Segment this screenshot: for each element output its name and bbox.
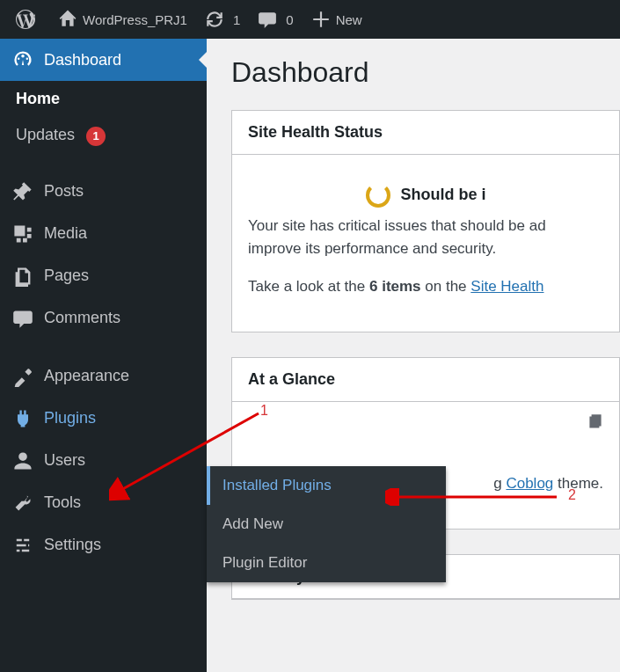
site-health-body: Should be i Your site has critical issue… (232, 155, 619, 332)
comments-count: 0 (286, 12, 293, 27)
plugins-flyout: Installed Plugins Add New Plugin Editor (207, 466, 446, 582)
wordpress-logo-menu[interactable] (7, 0, 49, 39)
comment-icon (258, 10, 277, 29)
menu-dashboard[interactable]: Dashboard (0, 39, 207, 81)
submenu-home[interactable]: Home (0, 81, 207, 117)
site-health-panel: Site Health Status Should be i Your site… (231, 110, 620, 332)
tools-icon (12, 493, 33, 514)
site-name-link[interactable]: WordPress_PRJ1 (49, 0, 196, 39)
plugin-icon (12, 408, 33, 429)
menu-plugins[interactable]: Plugins (0, 398, 207, 440)
appearance-icon (12, 366, 33, 387)
site-name-text: WordPress_PRJ1 (83, 12, 187, 27)
status-label: Should be i (401, 183, 486, 208)
site-health-text-3c: on the (421, 278, 471, 295)
dashboard-icon (12, 49, 33, 70)
admin-sidebar: Dashboard Home Updates 1 Posts Media Pag… (0, 39, 207, 672)
comments-toolbar-button[interactable]: 0 (249, 0, 302, 39)
site-health-status: Should be i (248, 171, 603, 215)
updates-badge: 1 (86, 127, 106, 146)
settings-icon (12, 535, 33, 556)
menu-appearance-label: Appearance (44, 367, 129, 385)
menu-comments-label: Comments (44, 309, 120, 327)
menu-media-label: Media (44, 224, 87, 243)
theme-text-post: theme. (553, 475, 603, 492)
at-a-glance-icon-row (232, 402, 619, 432)
site-health-item-count: 6 items (369, 278, 421, 295)
at-a-glance-heading: At a Glance (232, 358, 619, 402)
menu-users-label: Users (44, 451, 85, 470)
theme-text-pre: g (493, 475, 506, 492)
new-content-button[interactable]: New (303, 0, 371, 39)
menu-tools-label: Tools (44, 493, 81, 512)
pages-stack-icon (586, 413, 605, 432)
page-title: Dashboard (231, 56, 620, 89)
home-icon (58, 10, 77, 29)
site-health-text-1: Your site has critical issues that shoul… (248, 217, 546, 234)
status-spinner-icon (366, 183, 390, 208)
comments-icon (12, 308, 33, 329)
new-label: New (336, 12, 362, 27)
menu-posts-label: Posts (44, 182, 84, 201)
flyout-add-new[interactable]: Add New (207, 505, 446, 544)
updates-count: 1 (233, 12, 240, 27)
site-health-text-3a: Take a look at the (248, 278, 369, 295)
menu-media[interactable]: Media (0, 213, 207, 255)
menu-tools[interactable]: Tools (0, 482, 207, 524)
site-health-link[interactable]: Site Health (470, 278, 543, 295)
menu-separator (0, 340, 207, 355)
media-icon (12, 223, 33, 245)
flyout-plugin-editor[interactable]: Plugin Editor (207, 544, 446, 582)
menu-dashboard-label: Dashboard (44, 51, 121, 69)
menu-users[interactable]: Users (0, 440, 207, 482)
wordpress-icon (16, 10, 35, 29)
users-icon (12, 450, 33, 471)
site-health-text-2: improve its performance and security. (248, 240, 496, 257)
menu-settings[interactable]: Settings (0, 524, 207, 566)
menu-pages[interactable]: Pages (0, 255, 207, 297)
menu-appearance[interactable]: Appearance (0, 355, 207, 398)
admin-toolbar: WordPress_PRJ1 1 0 New (0, 0, 620, 39)
updates-toolbar-button[interactable]: 1 (196, 0, 249, 39)
menu-plugins-label: Plugins (44, 409, 96, 427)
submenu-updates[interactable]: Updates 1 (0, 117, 207, 155)
menu-settings-label: Settings (44, 536, 101, 554)
menu-comments[interactable]: Comments (0, 297, 207, 340)
theme-link[interactable]: Coblog (506, 475, 553, 492)
pages-icon (12, 266, 33, 287)
update-icon (205, 10, 224, 29)
menu-pages-label: Pages (44, 267, 89, 285)
menu-separator (0, 155, 207, 171)
dashboard-submenu: Home Updates 1 (0, 81, 207, 155)
submenu-updates-label: Updates (16, 126, 75, 143)
plus-icon (311, 10, 331, 29)
menu-posts[interactable]: Posts (0, 171, 207, 213)
site-health-heading: Site Health Status (232, 111, 619, 155)
pin-icon (12, 181, 33, 202)
flyout-installed-plugins[interactable]: Installed Plugins (207, 466, 446, 505)
